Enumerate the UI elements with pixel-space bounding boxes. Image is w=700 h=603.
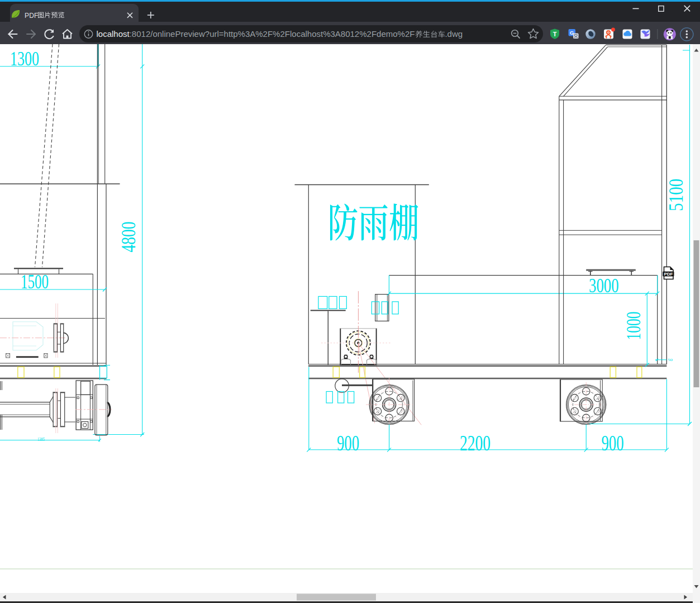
svg-text:1300: 1300 <box>10 48 39 70</box>
svg-text:3000: 3000 <box>589 275 619 297</box>
svg-text:900: 900 <box>337 430 359 455</box>
svg-text:2200: 2200 <box>460 430 491 455</box>
svg-text:50: 50 <box>668 358 673 362</box>
svg-text:900: 900 <box>602 430 624 455</box>
svg-text:1385: 1385 <box>37 437 45 442</box>
svg-text:4800: 4800 <box>118 222 140 253</box>
svg-text:1000: 1000 <box>623 312 645 340</box>
svg-text:5100: 5100 <box>666 179 688 211</box>
svg-text:PDF: PDF <box>664 272 673 277</box>
